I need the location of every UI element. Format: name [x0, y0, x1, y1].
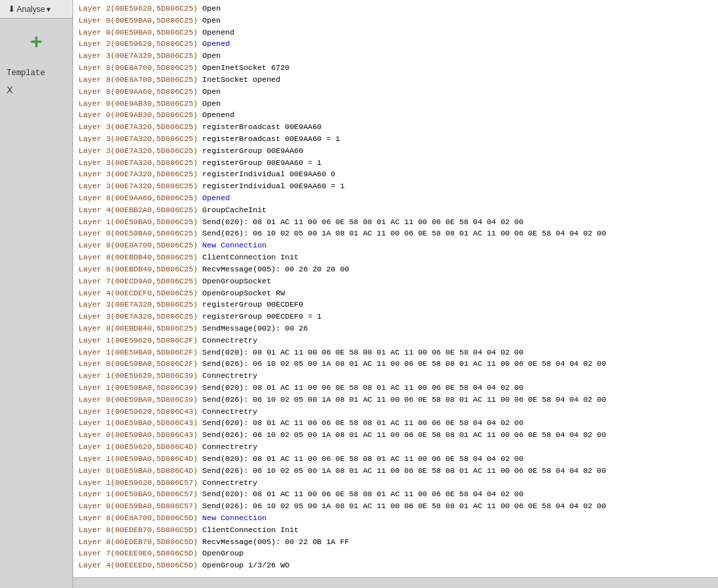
action-text: Connectretry: [202, 407, 257, 416]
log-line: Layer 1(00E59BA0,5D806C2F) Send(020): 08…: [78, 347, 713, 359]
layer-id: Layer 7(00EEE9E0,5D806C5D): [78, 549, 197, 557]
log-line: Layer 2(00E59620,5D806C25) Open: [78, 3, 713, 15]
layer-id: Layer 0(00E59BA0,5D806C2F): [78, 359, 197, 368]
log-line: Layer 1(00E59BA0,5D806C4D) Send(020): 08…: [78, 453, 713, 465]
layer-id: Layer 0(00E59BA0,5D806C39): [78, 395, 197, 404]
log-line: Layer 0(00E59BA0,5D806C25) Open: [78, 15, 713, 27]
layer-id: Layer 3(00E7A320,5D806C25): [78, 51, 197, 60]
sidebar-top-bar: ⬇ Analyse ▾: [0, 0, 72, 19]
log-line: Layer 8(00E9AA60,5D806C25) Opened: [78, 192, 713, 204]
action-text: OpenGroupSocket: [202, 277, 271, 285]
action-text: Open: [202, 4, 221, 13]
analyse-button[interactable]: ⬇ Analyse ▾: [5, 3, 53, 15]
action-text: New Connection: [202, 241, 267, 249]
layer-id: Layer 1(00E59BA0,5D806C2F): [78, 348, 197, 357]
log-line: Layer 3(00E7A320,5D806C25) registerIndiv…: [78, 168, 713, 180]
analyse-icon: ⬇: [8, 4, 15, 14]
layer-id: Layer 8(00EBDB40,5D806C25): [78, 253, 197, 261]
action-text: RecvMessage(005): 00 22 0B 1A FF: [202, 537, 349, 546]
action-text: Open: [202, 51, 221, 60]
log-line: Layer 7(00EEE9E0,5D806C5D) OpenGroup: [78, 547, 713, 559]
layer-id: Layer 1(00E59620,5D806C39): [78, 371, 197, 380]
layer-id: Layer 1(00E59620,5D806C57): [78, 478, 197, 487]
layer-id: Layer 3(00E7A320,5D806C25): [78, 312, 197, 321]
add-icon: +: [30, 29, 43, 54]
action-text: Open: [202, 16, 221, 25]
log-line: Layer 0(00E59BA0,5D806C25) Send(026): 06…: [78, 227, 713, 239]
layer-id: Layer 3(00E7A320,5D806C25): [78, 300, 197, 309]
layer-id: Layer 1(00E59BA0,5D806C25): [78, 218, 197, 226]
layer-id: Layer 1(00E59620,5D806C4D): [78, 442, 197, 451]
log-line: Layer 8(00EBDB40,5D806C25) RecvMessage(0…: [78, 263, 713, 275]
log-line: Layer 1(00E59BA0,5D806C39) Send(020): 08…: [78, 382, 713, 394]
log-area[interactable]: Layer 2(00E59620,5D806C25) OpenLayer 0(0…: [73, 0, 718, 577]
action-text: Send(026): 06 10 02 05 00 1A 08 01 AC 11…: [202, 359, 606, 368]
log-line: Layer 8(00EDEB70,5D806C5D) RecvMessage(0…: [78, 536, 713, 548]
action-text: ClientConnection Init: [202, 525, 299, 534]
log-line: Layer 0(00E9AB30,5D806C25) Openend: [78, 109, 713, 121]
log-line: Layer 3(00E7A320,5D806C25) registerGroup…: [78, 299, 713, 311]
log-line: Layer 1(00E59BA0,5D806C57) Send(020): 08…: [78, 488, 713, 500]
template-label: Template: [0, 65, 72, 82]
log-line: Layer 7(00ECD9A0,5D806C25) OpenGroupSock…: [78, 275, 713, 287]
action-text: Connectretry: [202, 336, 257, 345]
action-text: ClientConnection Init: [202, 253, 299, 261]
log-line: Layer 1(00E59620,5D806C4D) Connectretry: [78, 441, 713, 453]
add-button[interactable]: +: [0, 19, 72, 65]
action-text: OpenGroupSocket RW: [202, 289, 285, 297]
layer-id: Layer 4(00EBB2A0,5D806C25): [78, 206, 197, 214]
layer-id: Layer 3(00E7A320,5D806C25): [78, 122, 197, 131]
close-button[interactable]: X: [0, 82, 72, 98]
action-text: Send(026): 06 10 02 05 00 1A 08 01 AC 11…: [202, 395, 606, 404]
action-text: Connectretry: [202, 371, 257, 380]
action-text: Send(026): 06 10 02 05 00 1A 08 01 AC 11…: [202, 229, 606, 237]
action-text: registerIndividual 00E9AA60 = 1: [202, 182, 344, 190]
layer-id: Layer 1(00E59620,5D806C43): [78, 407, 197, 416]
action-text: Open: [202, 87, 221, 96]
log-line: Layer 4(00EBB2A0,5D806C25) GroupCacheIni…: [78, 204, 713, 216]
layer-id: Layer 1(00E59BA0,5D806C39): [78, 383, 197, 392]
layer-id: Layer 8(00E9AA60,5D806C25): [78, 194, 197, 202]
layer-id: Layer 0(00E59BA0,5D806C43): [78, 430, 197, 439]
layer-id: Layer 1(00E59BA0,5D806C4D): [78, 454, 197, 463]
layer-id: Layer 8(00E8A700,5D806C25): [78, 75, 197, 84]
log-line: Layer 4(00EEEED0,5D806C5D) OpenGroup 1/3…: [78, 559, 713, 571]
layer-id: Layer 2(00E59620,5D806C25): [78, 4, 197, 13]
action-text: registerGroup 00ECDEF0 = 1: [202, 312, 321, 321]
layer-id: Layer 3(00E7A320,5D806C25): [78, 146, 197, 155]
log-line: Layer 8(00EDEB70,5D806C5D) ClientConnect…: [78, 524, 713, 536]
log-line: Layer 8(00E8A700,5D806C5D) New Connectio…: [78, 512, 713, 524]
log-line: Layer 0(00E59BA0,5D806C57) Send(026): 06…: [78, 500, 713, 512]
log-line: Layer 0(00E59BA0,5D806C25) Openend: [78, 27, 713, 39]
action-text: Send(020): 08 01 AC 11 00 06 0E 58 08 01…: [202, 490, 523, 498]
layer-id: Layer 0(00E59BA0,5D806C4D): [78, 466, 197, 475]
log-line: Layer 1(00E59BA0,5D806C43) Send(020): 08…: [78, 417, 713, 429]
layer-id: Layer 0(00E9AB30,5D806C25): [78, 110, 197, 119]
log-line: Layer 8(00EBDB40,5D806C25) SendMessage(0…: [78, 323, 713, 335]
action-text: Open: [202, 99, 221, 108]
log-line: Layer 3(00E7A320,5D806C25) registerBroad…: [78, 121, 713, 133]
action-text: Send(020): 08 01 AC 11 00 06 0E 58 08 01…: [202, 383, 523, 392]
log-line: Layer 0(00E59BA0,5D806C43) Send(026): 06…: [78, 429, 713, 441]
log-line: Layer 8(00E8A700,5D806C25) OpenInetSocke…: [78, 62, 713, 74]
action-text: GroupCacheInit: [202, 206, 267, 214]
action-text: Send(020): 08 01 AC 11 00 06 0E 58 08 01…: [202, 218, 523, 226]
log-line: Layer 2(00E59620,5D806C25) Opened: [78, 38, 713, 50]
action-text: Connectretry: [202, 442, 257, 451]
log-line: Layer 1(00E59620,5D806C39) Connectretry: [78, 370, 713, 382]
layer-id: Layer 0(00E59BA0,5D806C25): [78, 28, 197, 37]
layer-id: Layer 0(00E59BA0,5D806C25): [78, 16, 197, 25]
action-text: Opened: [202, 39, 229, 48]
log-line: Layer 8(00E8A700,5D806C25) New Connectio…: [78, 239, 713, 251]
action-text: registerIndividual 00E9AA60 0: [202, 170, 335, 178]
action-text: Send(026): 06 10 02 05 00 1A 08 01 AC 11…: [202, 502, 606, 510]
layer-id: Layer 1(00E59BA0,5D806C57): [78, 490, 197, 498]
log-line: Layer 0(00E59BA0,5D806C39) Send(026): 06…: [78, 394, 713, 406]
action-text: registerGroup 00ECDEF0: [202, 300, 303, 309]
log-line: Layer 1(00E59BA0,5D806C25) Send(020): 08…: [78, 216, 713, 228]
layer-id: Layer 8(00E8A700,5D806C25): [78, 241, 197, 249]
layer-id: Layer 0(00E59BA0,5D806C25): [78, 229, 197, 237]
log-line: Layer 4(00ECDEF0,5D806C25) OpenGroupSock…: [78, 287, 713, 299]
action-text: Send(020): 08 01 AC 11 00 06 0E 58 08 01…: [202, 454, 523, 463]
action-text: registerBroadcast 00E9AA60 = 1: [202, 134, 340, 143]
